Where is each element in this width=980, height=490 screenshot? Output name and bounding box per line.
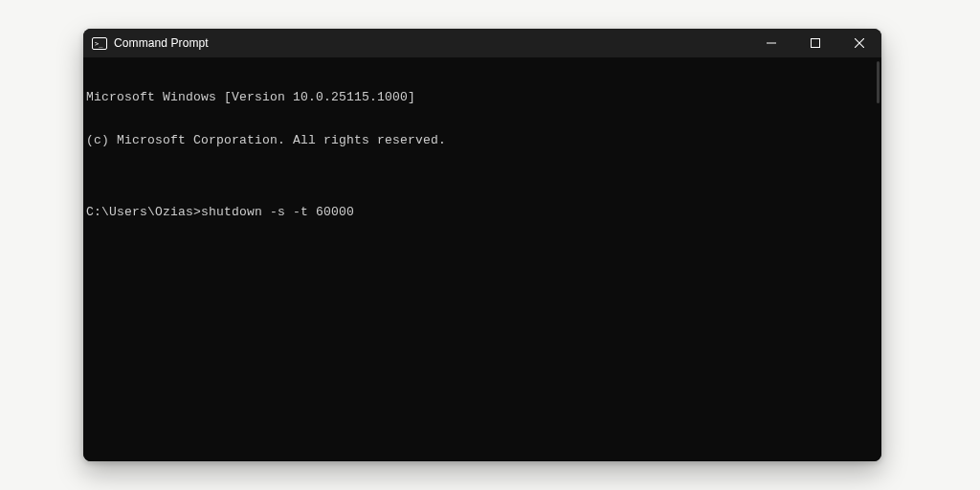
banner-line: Microsoft Windows [Version 10.0.25115.10… bbox=[86, 90, 876, 104]
titlebar[interactable]: >_ Command Prompt bbox=[83, 29, 881, 57]
svg-rect-3 bbox=[812, 39, 820, 48]
svg-text:>_: >_ bbox=[95, 40, 103, 48]
terminal-output[interactable]: Microsoft Windows [Version 10.0.25115.10… bbox=[83, 57, 881, 461]
close-button[interactable] bbox=[837, 29, 881, 57]
scrollbar-thumb[interactable] bbox=[877, 61, 880, 103]
prompt-path: C:\Users\Ozias> bbox=[86, 205, 201, 219]
entered-command: shutdown -s -t 60000 bbox=[201, 205, 354, 219]
window-title: Command Prompt bbox=[114, 36, 209, 50]
cmd-icon: >_ bbox=[92, 35, 107, 51]
command-prompt-window: >_ Command Prompt Microsoft Windows [Ver… bbox=[83, 29, 881, 461]
minimize-button[interactable] bbox=[749, 29, 793, 57]
window-controls bbox=[749, 29, 881, 57]
prompt-line: C:\Users\Ozias>shutdown -s -t 60000 bbox=[86, 205, 876, 219]
banner-line: (c) Microsoft Corporation. All rights re… bbox=[86, 133, 876, 147]
maximize-button[interactable] bbox=[793, 29, 837, 57]
